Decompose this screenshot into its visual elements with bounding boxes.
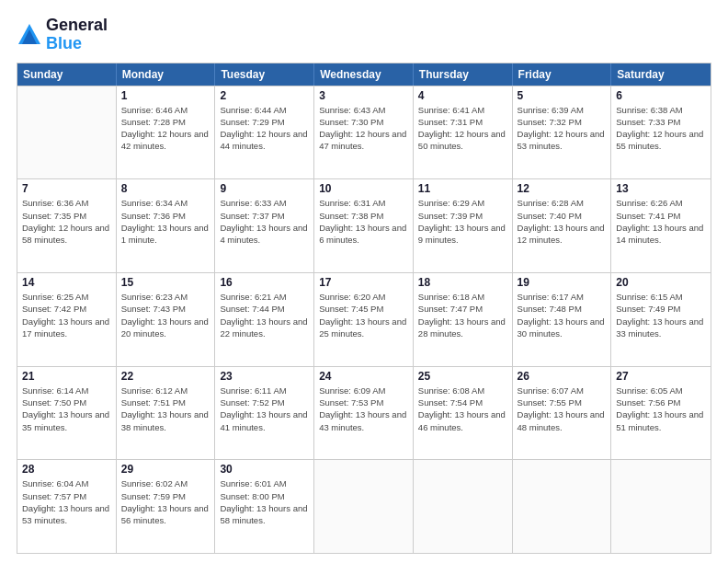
logo-text: General Blue (46, 17, 108, 53)
day-cell-12: 12Sunrise: 6:28 AMSunset: 7:40 PMDayligh… (513, 179, 612, 272)
day-number: 1 (121, 89, 210, 102)
week-row-2: 7Sunrise: 6:36 AMSunset: 7:35 PMDaylight… (17, 178, 711, 272)
day-number: 7 (22, 182, 111, 195)
day-number: 13 (616, 182, 706, 195)
day-number: 14 (22, 276, 111, 289)
day-info: Sunrise: 6:12 AMSunset: 7:51 PMDaylight:… (121, 385, 210, 433)
empty-cell (611, 460, 711, 553)
day-cell-28: 28Sunrise: 6:04 AMSunset: 7:57 PMDayligh… (17, 460, 117, 553)
day-number: 10 (319, 182, 408, 195)
day-info: Sunrise: 6:15 AMSunset: 7:49 PMDaylight:… (616, 291, 706, 339)
day-info: Sunrise: 6:14 AMSunset: 7:50 PMDaylight:… (22, 385, 111, 433)
day-info: Sunrise: 6:36 AMSunset: 7:35 PMDaylight:… (22, 197, 111, 246)
day-cell-7: 7Sunrise: 6:36 AMSunset: 7:35 PMDaylight… (17, 179, 117, 272)
logo-icon (17, 22, 42, 48)
day-cell-22: 22Sunrise: 6:12 AMSunset: 7:51 PMDayligh… (117, 367, 216, 460)
day-cell-4: 4Sunrise: 6:41 AMSunset: 7:31 PMDaylight… (414, 86, 513, 179)
day-number: 30 (220, 463, 309, 476)
day-number: 17 (319, 276, 408, 289)
calendar: SundayMondayTuesdayWednesdayThursdayFrid… (17, 63, 711, 554)
day-cell-13: 13Sunrise: 6:26 AMSunset: 7:41 PMDayligh… (611, 179, 711, 272)
empty-cell (17, 86, 117, 179)
day-cell-29: 29Sunrise: 6:02 AMSunset: 7:59 PMDayligh… (117, 460, 216, 553)
day-cell-2: 2Sunrise: 6:44 AMSunset: 7:29 PMDaylight… (215, 86, 314, 179)
day-number: 29 (121, 463, 210, 476)
day-cell-20: 20Sunrise: 6:15 AMSunset: 7:49 PMDayligh… (611, 273, 711, 366)
day-number: 26 (518, 370, 607, 383)
day-number: 18 (418, 276, 507, 289)
day-cell-19: 19Sunrise: 6:17 AMSunset: 7:48 PMDayligh… (513, 273, 612, 366)
day-cell-8: 8Sunrise: 6:34 AMSunset: 7:36 PMDaylight… (117, 179, 216, 272)
day-info: Sunrise: 6:08 AMSunset: 7:54 PMDaylight:… (418, 385, 507, 433)
day-cell-1: 1Sunrise: 6:46 AMSunset: 7:28 PMDaylight… (117, 86, 216, 179)
day-info: Sunrise: 6:05 AMSunset: 7:56 PMDaylight:… (616, 385, 706, 433)
day-cell-10: 10Sunrise: 6:31 AMSunset: 7:38 PMDayligh… (314, 179, 414, 272)
day-cell-3: 3Sunrise: 6:43 AMSunset: 7:30 PMDaylight… (314, 86, 414, 179)
day-cell-24: 24Sunrise: 6:09 AMSunset: 7:53 PMDayligh… (314, 367, 414, 460)
day-number: 9 (220, 182, 309, 195)
day-info: Sunrise: 6:18 AMSunset: 7:47 PMDaylight:… (418, 291, 507, 339)
day-info: Sunrise: 6:31 AMSunset: 7:38 PMDaylight:… (319, 197, 408, 246)
empty-cell (513, 460, 612, 553)
day-info: Sunrise: 6:29 AMSunset: 7:39 PMDaylight:… (418, 197, 507, 246)
day-cell-27: 27Sunrise: 6:05 AMSunset: 7:56 PMDayligh… (611, 367, 711, 460)
header: General Blue (17, 17, 711, 53)
day-number: 2 (220, 89, 309, 102)
day-number: 23 (220, 370, 309, 383)
day-of-week-wednesday: Wednesday (314, 63, 414, 86)
day-cell-18: 18Sunrise: 6:18 AMSunset: 7:47 PMDayligh… (414, 273, 513, 366)
day-info: Sunrise: 6:20 AMSunset: 7:45 PMDaylight:… (319, 291, 408, 339)
day-info: Sunrise: 6:26 AMSunset: 7:41 PMDaylight:… (616, 197, 706, 246)
day-number: 28 (22, 463, 111, 476)
day-number: 6 (616, 89, 706, 102)
empty-cell (314, 460, 414, 553)
day-cell-25: 25Sunrise: 6:08 AMSunset: 7:54 PMDayligh… (414, 367, 513, 460)
day-info: Sunrise: 6:17 AMSunset: 7:48 PMDaylight:… (518, 291, 607, 339)
day-number: 21 (22, 370, 111, 383)
day-of-week-sunday: Sunday (17, 63, 117, 86)
day-of-week-thursday: Thursday (414, 63, 513, 86)
day-cell-23: 23Sunrise: 6:11 AMSunset: 7:52 PMDayligh… (215, 367, 314, 460)
week-row-5: 28Sunrise: 6:04 AMSunset: 7:57 PMDayligh… (17, 459, 711, 553)
day-cell-14: 14Sunrise: 6:25 AMSunset: 7:42 PMDayligh… (17, 273, 117, 366)
day-info: Sunrise: 6:23 AMSunset: 7:43 PMDaylight:… (121, 291, 210, 339)
week-row-4: 21Sunrise: 6:14 AMSunset: 7:50 PMDayligh… (17, 366, 711, 460)
day-number: 16 (220, 276, 309, 289)
day-cell-16: 16Sunrise: 6:21 AMSunset: 7:44 PMDayligh… (215, 273, 314, 366)
logo: General Blue (17, 17, 108, 53)
day-info: Sunrise: 6:04 AMSunset: 7:57 PMDaylight:… (22, 477, 111, 526)
day-info: Sunrise: 6:34 AMSunset: 7:36 PMDaylight:… (121, 197, 210, 246)
day-info: Sunrise: 6:33 AMSunset: 7:37 PMDaylight:… (220, 197, 309, 246)
day-info: Sunrise: 6:07 AMSunset: 7:55 PMDaylight:… (518, 385, 607, 433)
day-info: Sunrise: 6:11 AMSunset: 7:52 PMDaylight:… (220, 385, 309, 433)
day-cell-30: 30Sunrise: 6:01 AMSunset: 8:00 PMDayligh… (215, 460, 314, 553)
day-number: 4 (418, 89, 507, 102)
day-number: 5 (518, 89, 607, 102)
day-info: Sunrise: 6:39 AMSunset: 7:32 PMDaylight:… (518, 104, 607, 153)
day-cell-5: 5Sunrise: 6:39 AMSunset: 7:32 PMDaylight… (513, 86, 612, 179)
page: General Blue SundayMondayTuesdayWednesda… (0, 0, 728, 563)
day-number: 12 (518, 182, 607, 195)
day-of-week-tuesday: Tuesday (215, 63, 314, 86)
day-info: Sunrise: 6:09 AMSunset: 7:53 PMDaylight:… (319, 385, 408, 433)
day-number: 11 (418, 182, 507, 195)
day-info: Sunrise: 6:02 AMSunset: 7:59 PMDaylight:… (121, 477, 210, 526)
day-number: 20 (616, 276, 706, 289)
day-number: 27 (616, 370, 706, 383)
calendar-header: SundayMondayTuesdayWednesdayThursdayFrid… (17, 63, 711, 86)
day-cell-26: 26Sunrise: 6:07 AMSunset: 7:55 PMDayligh… (513, 367, 612, 460)
week-row-1: 1Sunrise: 6:46 AMSunset: 7:28 PMDaylight… (17, 86, 711, 179)
day-number: 19 (518, 276, 607, 289)
day-info: Sunrise: 6:46 AMSunset: 7:28 PMDaylight:… (121, 104, 210, 153)
day-number: 24 (319, 370, 408, 383)
day-cell-15: 15Sunrise: 6:23 AMSunset: 7:43 PMDayligh… (117, 273, 216, 366)
day-number: 22 (121, 370, 210, 383)
day-of-week-monday: Monday (117, 63, 216, 86)
day-cell-6: 6Sunrise: 6:38 AMSunset: 7:33 PMDaylight… (611, 86, 711, 179)
day-info: Sunrise: 6:21 AMSunset: 7:44 PMDaylight:… (220, 291, 309, 339)
day-number: 3 (319, 89, 408, 102)
week-row-3: 14Sunrise: 6:25 AMSunset: 7:42 PMDayligh… (17, 272, 711, 366)
day-info: Sunrise: 6:01 AMSunset: 8:00 PMDaylight:… (220, 477, 309, 526)
day-info: Sunrise: 6:38 AMSunset: 7:33 PMDaylight:… (616, 104, 706, 153)
day-number: 25 (418, 370, 507, 383)
